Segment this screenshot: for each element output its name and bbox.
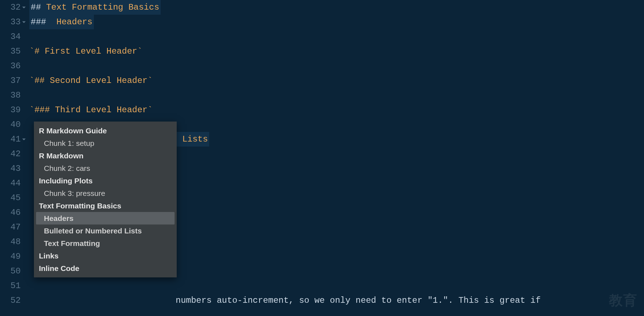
gutter[interactable]: 42 (0, 147, 29, 161)
heading-hash: ## (31, 3, 41, 12)
heading-text: Text Formatting Basics (46, 3, 159, 12)
outline-item[interactable]: Inline Code (34, 262, 177, 275)
editor-line[interactable]: 51 (0, 278, 644, 293)
gutter[interactable]: 52 (0, 293, 29, 308)
line-number: 39 (6, 103, 21, 117)
inline-code: `### Third Level Header` (29, 105, 153, 115)
heading-text: Headers (56, 17, 92, 27)
line-number: 48 (6, 234, 21, 249)
gutter[interactable]: 36 (0, 59, 29, 73)
outline-item[interactable]: Chunk 2: cars (34, 162, 177, 174)
heading-text-tail: Lists (177, 134, 208, 144)
outline-item[interactable]: Chunk 1: setup (34, 137, 177, 149)
outline-item[interactable]: Chunk 3: pressure (34, 187, 177, 199)
gutter[interactable]: 49 (0, 249, 29, 264)
editor-line[interactable]: 33### Headers (0, 15, 644, 29)
line-number: 36 (6, 59, 21, 73)
line-number: 41 (6, 132, 21, 147)
outline-popup[interactable]: R Markdown GuideChunk 1: setupR Markdown… (34, 122, 177, 277)
editor-line[interactable]: 36 (0, 59, 644, 73)
line-number: 32 (6, 0, 21, 15)
code-content[interactable]: `## Second Level Header` (29, 73, 644, 88)
code-content[interactable]: `### Third Level Header` (29, 103, 644, 117)
gutter[interactable]: 47 (0, 220, 29, 234)
line-number: 43 (6, 161, 21, 176)
fold-icon[interactable] (21, 137, 27, 142)
line-number: 40 (6, 117, 21, 132)
outline-item[interactable]: Headers (36, 212, 175, 224)
line-number: 35 (6, 44, 21, 59)
gutter[interactable]: 37 (0, 73, 29, 88)
line-number: 33 (6, 15, 21, 29)
editor-line[interactable]: 37`## Second Level Header` (0, 73, 644, 88)
outline-item[interactable]: Including Plots (34, 174, 177, 187)
gutter[interactable]: 38 (0, 88, 29, 103)
gutter[interactable]: 46 (0, 205, 29, 220)
gutter[interactable]: 48 (0, 234, 29, 249)
code-content[interactable]: ## Text Formatting Basics (29, 0, 644, 15)
line-number: 50 (6, 264, 21, 278)
body-text: numbers auto-increment, so we only need … (176, 296, 541, 305)
inline-code: `## Second Level Header` (29, 76, 153, 85)
editor-line[interactable]: 35`# First Level Header` (0, 44, 644, 59)
line-number: 51 (6, 278, 21, 293)
inline-code: `# First Level Header` (29, 46, 142, 56)
outline-item[interactable]: Text Formatting Basics (34, 199, 177, 212)
line-number: 37 (6, 73, 21, 88)
gutter[interactable]: 44 (0, 176, 29, 191)
code-content[interactable]: ### Headers (29, 15, 644, 29)
editor-line[interactable]: 34 (0, 29, 644, 44)
editor-line[interactable]: 32## Text Formatting Basics (0, 0, 644, 15)
line-number: 46 (6, 205, 21, 220)
editor-line[interactable]: 52numbers auto-increment, so we only nee… (0, 293, 644, 308)
line-number: 34 (6, 29, 21, 44)
gutter[interactable]: 35 (0, 44, 29, 59)
gutter[interactable]: 39 (0, 103, 29, 117)
line-number: 44 (6, 176, 21, 191)
line-number: 52 (6, 293, 21, 308)
heading-hash: ### (31, 17, 46, 27)
line-number: 49 (6, 249, 21, 264)
gutter[interactable]: 41 (0, 132, 29, 147)
gutter[interactable]: 51 (0, 278, 29, 293)
outline-item[interactable]: Links (34, 250, 177, 262)
line-number: 38 (6, 88, 21, 103)
gutter[interactable]: 40 (0, 117, 29, 132)
outline-item[interactable]: Bulleted or Numbered Lists (34, 224, 177, 237)
fold-icon[interactable] (21, 20, 27, 24)
line-number: 42 (6, 147, 21, 161)
gutter[interactable]: 33 (0, 15, 29, 29)
outline-item[interactable]: Text Formatting (34, 237, 177, 250)
line-number: 47 (6, 220, 21, 234)
code-content[interactable]: `# First Level Header` (29, 44, 644, 59)
gutter[interactable]: 45 (0, 191, 29, 205)
gutter[interactable]: 34 (0, 29, 29, 44)
editor-line[interactable]: 39`### Third Level Header` (0, 103, 644, 117)
outline-item[interactable]: R Markdown (34, 149, 177, 162)
code-content[interactable]: numbers auto-increment, so we only need … (29, 293, 644, 308)
gutter[interactable]: 50 (0, 264, 29, 278)
gutter[interactable]: 43 (0, 161, 29, 176)
fold-icon[interactable] (21, 5, 27, 10)
gutter[interactable]: 32 (0, 0, 29, 15)
outline-item[interactable]: R Markdown Guide (34, 124, 177, 137)
line-number: 45 (6, 191, 21, 205)
editor-line[interactable]: 38 (0, 88, 644, 103)
